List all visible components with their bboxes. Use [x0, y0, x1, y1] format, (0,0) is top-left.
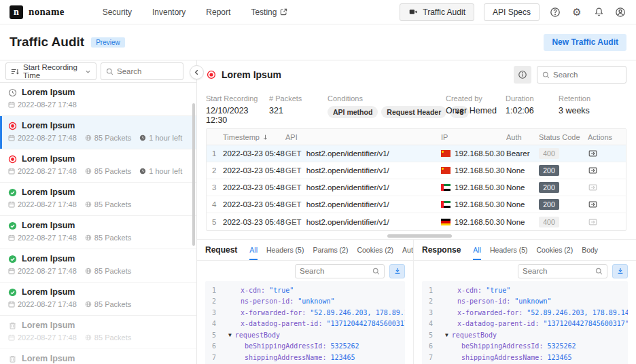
sort-dropdown[interactable]: Start Recording Time — [5, 62, 96, 80]
completed-check-icon — [8, 221, 17, 230]
trash-icon — [8, 321, 17, 330]
packet-row[interactable]: 4 2022-03-23 05:48 GEThost2.open/identif… — [207, 196, 626, 213]
sidebar-search — [101, 62, 183, 80]
recording-list-item-expired[interactable]: Lorem Ipsum — [0, 349, 196, 364]
condition-pill[interactable]: Request Header — [381, 106, 446, 118]
api-specs-button[interactable]: API Specs — [484, 3, 540, 21]
notifications-bell-icon[interactable] — [593, 6, 605, 18]
download-response-button[interactable] — [612, 264, 628, 278]
tab-request-auth[interactable]: Auth (3) — [402, 240, 413, 260]
request-search-input[interactable] — [300, 267, 370, 275]
calendar-icon — [8, 334, 15, 341]
packet-row[interactable]: 3 2022-03-23 05:48 GEThost2.open/identif… — [207, 179, 626, 196]
recording-list-item[interactable]: Lorem Ipsum 2022-08-27 17:48 85 Packets — [0, 283, 196, 316]
tab-response-all[interactable]: All — [473, 240, 481, 260]
expand-arrow-icon[interactable]: ▼ — [445, 332, 448, 338]
nav-item-testing[interactable]: Testing — [251, 7, 287, 17]
completed-check-icon — [8, 188, 17, 197]
help-icon[interactable] — [549, 6, 561, 18]
brand-name[interactable]: noname — [29, 6, 65, 18]
download-request-button[interactable] — [389, 264, 405, 278]
recording-title: Lorem Ipsum — [222, 69, 281, 80]
table-horizontal-scrollbar[interactable] — [387, 234, 452, 238]
tab-response-cookies[interactable]: Cookies (2) — [536, 240, 573, 260]
tab-response-headers[interactable]: Headers (5) — [490, 240, 527, 260]
pending-clock-icon — [8, 88, 17, 97]
recording-list-item[interactable]: Lorem Ipsum 2022-08-27 17:48 85 Packets — [0, 183, 196, 216]
request-code-viewer[interactable]: 1x-cdn:"true" 2ns-person-id:"unknown" 3x… — [205, 281, 405, 364]
tab-request-all[interactable]: All — [249, 240, 258, 260]
packets-search-input[interactable] — [553, 71, 621, 79]
traffic-audit-screen: n noname Security Inventory Report Testi… — [0, 0, 636, 364]
calendar-icon — [8, 201, 15, 208]
settings-gear-icon[interactable]: ⚙ — [571, 6, 583, 18]
packet-row[interactable]: 2 2022-03-23 05:48 GEThost2.open/identif… — [207, 162, 626, 179]
calendar-icon — [8, 101, 15, 108]
new-traffic-audit-button[interactable]: New Traffic Audit — [544, 34, 626, 51]
recording-list-item[interactable]: Lorem Ipsum 2022-08-27 17:48 85 Packets … — [0, 149, 196, 183]
globe-icon — [85, 301, 92, 308]
tab-request-headers[interactable]: Headers (5) — [266, 240, 304, 260]
recording-record-icon — [8, 122, 17, 130]
nav-item-report[interactable]: Report — [206, 7, 230, 17]
page-title: Traffic Audit — [10, 35, 84, 50]
tab-response-body[interactable]: Body — [582, 240, 598, 260]
packets-count-value: 321 — [269, 106, 328, 115]
top-navigation: n noname Security Inventory Report Testi… — [0, 0, 636, 24]
recordings-list: Lorem Ipsum 2022-08-27 17:48 Lorem Ipsum… — [0, 83, 196, 364]
open-packet-icon[interactable] — [588, 200, 622, 209]
packets-search — [537, 66, 626, 84]
packet-row[interactable]: 1 2022-03-23 05:48 GEThost2.open/identif… — [207, 145, 626, 162]
tab-request-params[interactable]: Params (2) — [313, 240, 348, 260]
recording-meta: Start Recording12/10/2023 12:30 # Packet… — [197, 89, 636, 125]
recording-list-item[interactable]: Lorem Ipsum 2022-08-27 17:48 — [0, 83, 196, 116]
packet-row[interactable]: 5 2022-03-23 05:48 GEThost2.open/identif… — [207, 213, 626, 230]
recording-list-item-selected[interactable]: Lorem Ipsum 2022-08-27 17:48 85 Packets … — [0, 116, 196, 149]
search-icon — [106, 68, 113, 75]
external-link-icon — [280, 8, 287, 16]
search-icon — [595, 268, 603, 275]
retention-value: 3 weeks — [559, 106, 590, 115]
noname-logo-icon[interactable]: n — [10, 5, 23, 19]
status-code-badge: 400 — [539, 148, 559, 159]
request-search — [295, 264, 385, 278]
open-packet-icon[interactable] — [588, 149, 622, 158]
recording-list-item-expired[interactable]: Lorem Ipsum 2022-08-27 17:48 85 Packets — [0, 316, 196, 349]
recording-record-icon — [207, 70, 216, 79]
calendar-icon — [8, 268, 15, 274]
time-left-clock-icon — [139, 168, 146, 175]
sidebar-scrollbar[interactable] — [192, 103, 195, 246]
open-packet-icon[interactable] — [588, 183, 622, 192]
sort-descending-icon[interactable] — [262, 134, 268, 141]
sidebar-search-input[interactable] — [117, 67, 178, 75]
open-packet-icon[interactable] — [588, 217, 622, 227]
packets-table-header: Timestemp API IP Auth Status Code Action… — [207, 129, 626, 145]
recording-list-item[interactable]: Lorem Ipsum 2022-08-27 17:48 85 Packets — [0, 216, 196, 249]
traffic-audit-nav-button[interactable]: Traffic Audit — [400, 3, 474, 21]
condition-pill[interactable]: API method — [328, 106, 378, 118]
response-search-input[interactable] — [523, 267, 593, 275]
condition-pills: API method Request Header +8 — [328, 106, 446, 118]
time-left-clock-icon — [139, 134, 146, 141]
globe-icon — [85, 334, 92, 341]
expand-arrow-icon[interactable]: ▼ — [228, 332, 232, 338]
response-code-viewer[interactable]: 1x-cdn:"true" 2ns-person-id:"unknown" 3x… — [422, 281, 628, 364]
search-icon — [372, 268, 380, 275]
tab-request-cookies[interactable]: Cookies (2) — [357, 240, 393, 260]
nav-item-security[interactable]: Security — [103, 7, 132, 17]
nav-item-inventory[interactable]: Inventory — [152, 7, 186, 17]
request-tabs: Request All Headers (5) Params (2) Cooki… — [197, 240, 413, 261]
open-packet-icon[interactable] — [588, 166, 622, 175]
packet-detail-panels: Request All Headers (5) Params (2) Cooki… — [197, 239, 636, 364]
completed-check-icon — [8, 255, 17, 263]
recording-list-item[interactable]: Lorem Ipsum 2022-08-27 17:48 85 Packets — [0, 249, 196, 283]
info-icon — [518, 70, 527, 79]
globe-icon — [85, 134, 92, 141]
user-profile-icon[interactable] — [614, 6, 626, 18]
calendar-icon — [8, 168, 15, 175]
collapse-sidebar-button[interactable] — [190, 65, 204, 79]
completed-check-icon — [8, 288, 17, 297]
info-button[interactable] — [514, 66, 531, 84]
sort-icon — [11, 68, 19, 75]
download-icon — [616, 267, 624, 275]
